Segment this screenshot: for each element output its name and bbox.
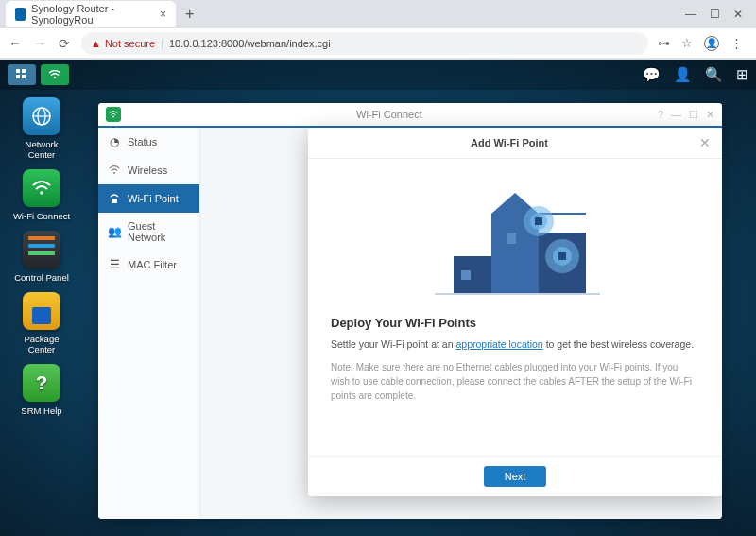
svg-rect-2 xyxy=(16,75,20,78)
wireless-icon xyxy=(108,164,121,177)
window-controls: — ☐ ✕ xyxy=(672,8,756,21)
next-button[interactable]: Next xyxy=(484,466,547,487)
globe-icon xyxy=(31,106,52,127)
app-title-icon xyxy=(106,107,121,122)
sidebar-item-wireless[interactable]: Wireless xyxy=(98,156,199,184)
browser-chrome: Synology Router - SynologyRou × + — ☐ ✕ … xyxy=(0,0,756,60)
sidebar-item-status[interactable]: ◔ Status xyxy=(98,128,199,156)
wifi-icon xyxy=(31,181,52,196)
modal-illustration xyxy=(308,159,722,310)
modal-note: Note: Make sure there are no Ethernet ca… xyxy=(331,360,699,403)
key-icon[interactable]: ⊶ xyxy=(658,36,670,50)
desktop-icon-package-center[interactable]: Package Center xyxy=(11,292,72,354)
app-close-icon[interactable]: ✕ xyxy=(706,109,714,121)
sidebar-item-mac-filter[interactable]: ☰ MAC Filter xyxy=(98,251,199,279)
account-icon[interactable]: 👤 xyxy=(704,36,719,51)
user-icon[interactable]: 👤 xyxy=(674,66,692,83)
sidebar-item-label: MAC Filter xyxy=(128,259,177,270)
url-text: 10.0.0.123:8000/webman/index.cgi xyxy=(169,38,331,49)
app-main-area: Wi-Fi Receiving Rate Add Wi-Fi Point ✕ xyxy=(200,128,722,519)
desktop-icon-network-center[interactable]: Network Center xyxy=(11,97,72,160)
desktop-icon-wifi-connect[interactable]: Wi-Fi Connect xyxy=(11,169,72,221)
modal-header: Add Wi-Fi Point ✕ xyxy=(308,128,722,159)
guest-icon: 👥 xyxy=(108,225,121,238)
search-icon[interactable]: 🔍 xyxy=(705,66,723,83)
minimize-icon[interactable]: — xyxy=(685,8,696,21)
tab-title: Synology Router - SynologyRou xyxy=(31,3,148,26)
forward-icon[interactable]: → xyxy=(32,36,47,51)
modal-title: Add Wi-Fi Point xyxy=(319,137,699,148)
sidebar-item-wifi-point[interactable]: Wi-Fi Point xyxy=(98,184,199,213)
modal-close-icon[interactable]: ✕ xyxy=(699,135,711,150)
filter-icon: ☰ xyxy=(108,258,121,271)
wifi-connect-window: Wi-Fi Connect ? — ☐ ✕ ◔ Status Wireless xyxy=(98,103,722,519)
sidebar-item-label: Status xyxy=(128,136,157,147)
not-secure-label: Not secure xyxy=(105,38,155,49)
app-minimize-icon[interactable]: — xyxy=(671,109,681,121)
desktop-icon-label: Package Center xyxy=(11,334,72,354)
app-window-controls: ? — ☐ ✕ xyxy=(658,109,714,121)
svg-point-10 xyxy=(113,172,115,174)
app-maximize-icon[interactable]: ☐ xyxy=(689,109,698,121)
svg-rect-1 xyxy=(22,69,26,73)
chat-icon[interactable]: 💬 xyxy=(643,66,661,83)
back-icon[interactable]: ← xyxy=(8,36,23,51)
modal-body-pre: Settle your Wi-Fi point at an xyxy=(331,338,455,350)
address-bar[interactable]: ▲ Not secure | 10.0.0.123:8000/webman/in… xyxy=(81,32,648,55)
srm-topbar: 💬 👤 🔍 ⊞ xyxy=(0,60,756,90)
tab-strip: Synology Router - SynologyRou × + — ☐ ✕ xyxy=(0,0,756,28)
app-launcher-button[interactable] xyxy=(8,64,36,85)
add-wifi-point-modal: Add Wi-Fi Point ✕ xyxy=(308,128,722,496)
modal-heading: Deploy Your Wi-Fi Points xyxy=(331,316,699,330)
desktop-icon-srm-help[interactable]: ? SRM Help xyxy=(11,364,72,416)
browser-tab[interactable]: Synology Router - SynologyRou × xyxy=(6,1,176,27)
desktop-icon-label: SRM Help xyxy=(21,406,61,416)
app-sidebar: ◔ Status Wireless Wi-Fi Point 👥 Guest Ne… xyxy=(98,128,200,519)
star-icon[interactable]: ☆ xyxy=(681,36,693,50)
menu-icon[interactable]: ⋮ xyxy=(730,36,743,50)
svg-point-9 xyxy=(112,116,114,118)
desktop-icon-label: Network Center xyxy=(11,139,72,160)
svg-rect-19 xyxy=(535,217,542,225)
sidebar-item-guest-network[interactable]: 👥 Guest Network xyxy=(98,213,199,251)
svg-rect-22 xyxy=(558,252,566,260)
topbar-right: 💬 👤 🔍 ⊞ xyxy=(643,66,748,83)
status-icon: ◔ xyxy=(108,135,121,148)
app-body: ◔ Status Wireless Wi-Fi Point 👥 Guest Ne… xyxy=(98,128,722,519)
app-title: Wi-Fi Connect xyxy=(121,109,658,120)
svg-rect-0 xyxy=(16,69,20,73)
reload-icon[interactable]: ⟳ xyxy=(57,36,72,51)
wifi-point-icon xyxy=(108,192,121,205)
chrome-right-icons: ⊶ ☆ 👤 ⋮ xyxy=(658,36,748,51)
app-help-icon[interactable]: ? xyxy=(658,109,663,121)
wifi-icon xyxy=(48,70,61,79)
not-secure-badge: ▲ Not secure xyxy=(91,38,155,49)
close-window-icon[interactable]: ✕ xyxy=(733,8,743,21)
app-titlebar[interactable]: Wi-Fi Connect ? — ☐ ✕ xyxy=(98,103,722,128)
sidebar-item-label: Guest Network xyxy=(128,220,190,243)
address-row: ← → ⟳ ▲ Not secure | 10.0.0.123:8000/web… xyxy=(0,28,756,59)
addr-separator: | xyxy=(161,38,163,49)
wifi-icon xyxy=(109,111,118,118)
svg-rect-24 xyxy=(461,270,471,280)
svg-point-8 xyxy=(40,191,43,195)
sidebar-item-label: Wireless xyxy=(128,164,167,176)
srm-desktop: 💬 👤 🔍 ⊞ Network Center Wi-Fi Connect Con… xyxy=(0,60,756,536)
modal-body: Settle your Wi-Fi point at an appropriat… xyxy=(331,337,699,353)
appropriate-location-link[interactable]: appropriate location xyxy=(455,338,542,350)
maximize-icon[interactable]: ☐ xyxy=(710,8,720,21)
house-wifi-illustration xyxy=(416,176,614,299)
svg-rect-12 xyxy=(454,256,491,294)
close-tab-icon[interactable]: × xyxy=(160,8,166,21)
modal-footer: Next xyxy=(308,456,722,496)
desktop-icon-control-panel[interactable]: Control Panel xyxy=(11,231,72,283)
svg-rect-25 xyxy=(507,233,516,244)
desktop-icon-label: Control Panel xyxy=(14,272,69,283)
modal-content: Deploy Your Wi-Fi Points Settle your Wi-… xyxy=(308,310,722,456)
favicon-icon xyxy=(15,8,26,21)
widgets-icon[interactable]: ⊞ xyxy=(736,66,748,83)
grid-icon xyxy=(16,69,27,80)
new-tab-button[interactable]: + xyxy=(176,6,203,23)
modal-body-post: to get the best wireless coverage. xyxy=(543,338,694,350)
wifi-app-button[interactable] xyxy=(41,64,69,85)
